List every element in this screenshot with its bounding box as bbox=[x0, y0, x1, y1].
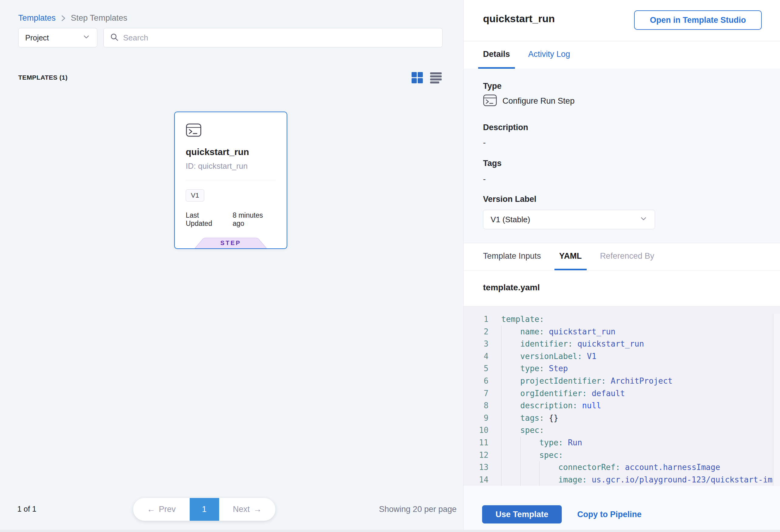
next-page-button[interactable]: Next → bbox=[219, 498, 276, 521]
template-card-title: quickstart_run bbox=[186, 147, 276, 157]
view-toggles bbox=[410, 71, 443, 84]
yaml-line: 7orgIdentifier: default bbox=[464, 387, 780, 400]
version-chip: V1 bbox=[186, 189, 204, 201]
page-summary: 1 of 1 bbox=[17, 504, 37, 514]
description-label: Description bbox=[483, 123, 528, 132]
window-bottom-edge bbox=[0, 530, 780, 532]
last-updated-label: Last Updated bbox=[186, 211, 227, 228]
panel-title: quickstart_run bbox=[483, 13, 555, 25]
tags-label: Tags bbox=[483, 159, 501, 168]
prev-page-button[interactable]: ← Prev bbox=[133, 498, 190, 521]
yaml-line: 8description: null bbox=[464, 399, 780, 412]
chevron-down-icon bbox=[82, 33, 90, 43]
yaml-editor[interactable]: 1template:2name: quickstart_run3identifi… bbox=[464, 306, 780, 486]
editor-scrollbar[interactable] bbox=[773, 314, 780, 486]
arrow-left-icon: ← bbox=[147, 504, 155, 514]
tab-referenced-by[interactable]: Referenced By bbox=[595, 243, 659, 270]
search-icon bbox=[110, 33, 119, 43]
prev-label: Prev bbox=[159, 504, 176, 514]
yaml-line: 5type: Step bbox=[464, 362, 780, 375]
copy-to-pipeline-link[interactable]: Copy to Pipeline bbox=[577, 505, 642, 524]
terminal-window-icon bbox=[186, 133, 201, 138]
terminal-window-icon bbox=[483, 94, 497, 108]
pagination: ← Prev 1 Next → bbox=[133, 498, 276, 521]
arrow-right-icon: → bbox=[253, 504, 262, 514]
yaml-line: 6projectIdentifier: ArchitProject bbox=[464, 375, 780, 387]
card-divider bbox=[186, 180, 276, 180]
details-tabs: Details Activity Log bbox=[464, 41, 780, 69]
type-value: Configure Run Step bbox=[502, 96, 575, 106]
yaml-line: 4versionLabel: V1 bbox=[464, 350, 780, 363]
search-input[interactable] bbox=[123, 33, 436, 43]
details-footer: Use Template Copy to Pipeline bbox=[464, 486, 780, 532]
chevron-down-icon bbox=[640, 214, 647, 225]
yaml-line: 13connectorRef: account.harnessImage bbox=[464, 461, 780, 474]
use-template-button[interactable]: Use Template bbox=[482, 505, 562, 524]
yaml-line: 2name: quickstart_run bbox=[464, 326, 780, 338]
details-section: Type Configure Run Step Description - Ta… bbox=[464, 69, 780, 243]
tab-details[interactable]: Details bbox=[478, 41, 515, 69]
version-dropdown-value: V1 (Stable) bbox=[491, 215, 640, 224]
breadcrumb-templates-link[interactable]: Templates bbox=[18, 13, 56, 23]
step-type-badge: STEP bbox=[195, 237, 266, 248]
yaml-code-lines: 1template:2name: quickstart_run3identifi… bbox=[464, 313, 780, 486]
tags-value: - bbox=[483, 175, 486, 184]
open-template-studio-button[interactable]: Open in Template Studio bbox=[634, 10, 762, 30]
grid-view-icon[interactable] bbox=[410, 71, 424, 84]
template-card-id: ID: quickstart_run bbox=[186, 161, 276, 171]
templates-list-panel: Templates Step Templates Project TEMPLAT… bbox=[0, 0, 463, 532]
description-value: - bbox=[483, 138, 486, 147]
per-page-label: Showing 20 per page bbox=[379, 504, 456, 514]
version-dropdown[interactable]: V1 (Stable) bbox=[483, 210, 655, 229]
tab-yaml[interactable]: YAML bbox=[554, 243, 587, 270]
type-row: Configure Run Step bbox=[483, 94, 575, 108]
next-label: Next bbox=[233, 504, 250, 514]
yaml-line: 1template: bbox=[464, 313, 780, 326]
breadcrumb-current: Step Templates bbox=[71, 13, 127, 23]
step-badge-label: STEP bbox=[195, 240, 266, 247]
last-updated-value: 8 minutes ago bbox=[233, 211, 276, 228]
scope-dropdown[interactable]: Project bbox=[18, 28, 97, 47]
current-page-button[interactable]: 1 bbox=[190, 498, 219, 521]
content-subtabs: Template Inputs YAML Referenced By bbox=[464, 243, 780, 271]
template-card[interactable]: quickstart_run ID: quickstart_run V1 Las… bbox=[174, 111, 287, 249]
last-updated-row: Last Updated 8 minutes ago bbox=[186, 211, 276, 228]
template-details-panel: quickstart_run Open in Template Studio D… bbox=[463, 0, 780, 532]
yaml-line: 14image: us.gcr.io/playground-123/quicks… bbox=[464, 474, 780, 486]
yaml-line: 9tags: {} bbox=[464, 412, 780, 424]
chevron-right-icon bbox=[60, 14, 66, 22]
type-label: Type bbox=[483, 82, 501, 91]
details-header: quickstart_run Open in Template Studio bbox=[464, 0, 780, 41]
list-header-row: TEMPLATES (1) bbox=[18, 70, 443, 85]
yaml-line: 3identifier: quickstart_run bbox=[464, 338, 780, 350]
yaml-file-row: template.yaml bbox=[464, 271, 780, 306]
breadcrumb: Templates Step Templates bbox=[18, 13, 127, 23]
filter-row: Project bbox=[18, 28, 443, 47]
yaml-line: 10spec: bbox=[464, 424, 780, 437]
yaml-line: 11type: Run bbox=[464, 437, 780, 449]
yaml-line: 12spec: bbox=[464, 449, 780, 462]
list-view-icon[interactable] bbox=[429, 71, 443, 84]
scope-dropdown-value: Project bbox=[25, 34, 82, 42]
yaml-file-name: template.yaml bbox=[483, 283, 540, 292]
tab-template-inputs[interactable]: Template Inputs bbox=[478, 243, 546, 270]
templates-count-label: TEMPLATES (1) bbox=[18, 74, 67, 81]
version-label: Version Label bbox=[483, 195, 537, 204]
tab-activity-log[interactable]: Activity Log bbox=[524, 41, 575, 69]
search-box bbox=[103, 28, 443, 47]
